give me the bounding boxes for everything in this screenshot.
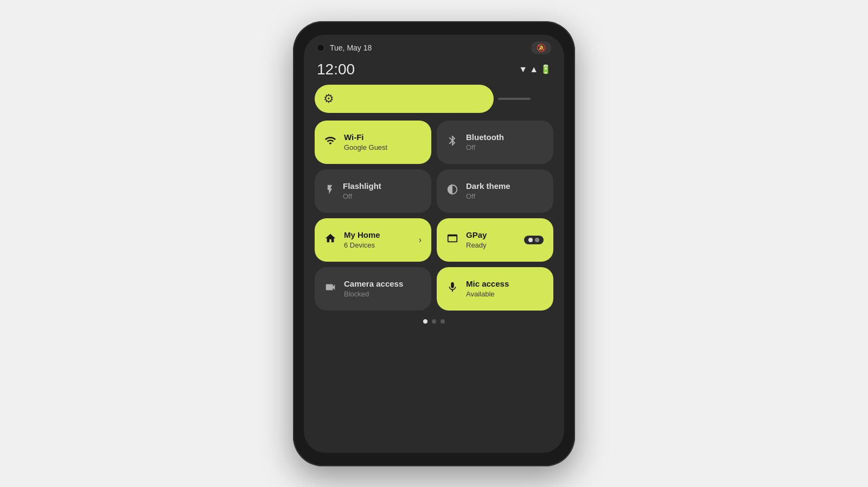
status-bar: Tue, May 18 🔕 <box>304 35 564 59</box>
bluetooth-tile-icon <box>446 135 458 150</box>
darktheme-tile-title: Dark theme <box>466 181 510 191</box>
camera-tile[interactable]: Camera access Blocked <box>315 267 431 311</box>
mic-tile-content: Mic access Available <box>466 279 509 298</box>
myhome-arrow-icon: › <box>419 235 422 245</box>
gpay-tile-icon <box>446 232 458 248</box>
darktheme-tile-subtitle: Off <box>466 192 510 200</box>
bluetooth-tile-title: Bluetooth <box>466 132 504 142</box>
gpay-card-dot-1 <box>528 238 533 242</box>
wifi-tile-title: Wi-Fi <box>344 132 387 142</box>
wifi-tile[interactable]: Wi-Fi Google Guest <box>315 121 431 164</box>
status-date: Tue, May 18 <box>330 43 372 52</box>
gpay-card-widget <box>524 236 544 244</box>
flashlight-tile-subtitle: Off <box>343 192 381 200</box>
brightness-gear-icon[interactable]: ⚙ <box>323 92 334 106</box>
mic-tile-title: Mic access <box>466 279 509 289</box>
camera-tile-icon <box>324 281 336 296</box>
mute-icon: 🔕 <box>537 43 546 52</box>
time-row: 12:00 ▼ ▲ 🔋 <box>304 59 564 85</box>
bluetooth-tile-content: Bluetooth Off <box>466 132 504 151</box>
phone-screen: Tue, May 18 🔕 12:00 ▼ ▲ 🔋 ⚙ <box>304 35 564 453</box>
flashlight-tile[interactable]: Flashlight Off <box>315 169 431 213</box>
signal-icons: ▼ ▲ 🔋 <box>519 64 551 74</box>
brightness-slider[interactable]: ⚙ <box>315 85 494 113</box>
gpay-tile[interactable]: GPay Ready <box>437 218 553 262</box>
mic-tile[interactable]: Mic access Available <box>437 267 553 311</box>
front-camera <box>317 44 324 52</box>
darktheme-tile-content: Dark theme Off <box>466 181 510 200</box>
myhome-tile-title: My Home <box>344 230 380 240</box>
flashlight-tile-icon <box>324 184 335 198</box>
wifi-tile-icon <box>324 135 336 150</box>
darktheme-tile[interactable]: Dark theme Off <box>437 169 553 213</box>
clock-time: 12:00 <box>317 61 355 78</box>
wifi-tile-subtitle: Google Guest <box>344 143 387 151</box>
page-dot-1 <box>423 319 427 324</box>
bluetooth-tile-subtitle: Off <box>466 143 504 151</box>
page-dot-2 <box>432 319 436 324</box>
page-dots <box>304 311 564 329</box>
myhome-tile[interactable]: My Home 6 Devices › <box>315 218 431 262</box>
gpay-tile-content: GPay Ready <box>466 230 487 249</box>
wifi-tile-content: Wi-Fi Google Guest <box>344 132 387 151</box>
flashlight-tile-title: Flashlight <box>343 181 381 191</box>
status-bar-right: 🔕 <box>531 41 551 54</box>
myhome-tile-subtitle: 6 Devices <box>344 241 380 249</box>
camera-tile-content: Camera access Blocked <box>344 279 403 298</box>
mic-tile-subtitle: Available <box>466 290 509 298</box>
mic-tile-icon <box>446 281 458 296</box>
gpay-card-dot-2 <box>535 238 539 242</box>
page-dot-3 <box>441 319 445 324</box>
gpay-tile-subtitle: Ready <box>466 241 487 249</box>
brightness-track-right <box>498 98 531 100</box>
darktheme-tile-icon <box>446 184 458 199</box>
camera-tile-title: Camera access <box>344 279 403 289</box>
myhome-tile-content: My Home 6 Devices <box>344 230 380 249</box>
bluetooth-tile[interactable]: Bluetooth Off <box>437 121 553 164</box>
flashlight-tile-content: Flashlight Off <box>343 181 381 200</box>
wifi-status-icon: ▼ <box>519 65 527 74</box>
cell-signal-icon: ▲ <box>529 65 538 74</box>
myhome-tile-icon <box>324 232 336 248</box>
battery-icon: 🔋 <box>540 64 551 74</box>
quick-tiles-grid: Wi-Fi Google Guest Bluetooth Off <box>304 121 564 311</box>
brightness-row: ⚙ <box>304 85 564 121</box>
status-bar-left: Tue, May 18 <box>317 43 372 52</box>
camera-tile-subtitle: Blocked <box>344 290 403 298</box>
gpay-tile-title: GPay <box>466 230 487 240</box>
phone-frame: Tue, May 18 🔕 12:00 ▼ ▲ 🔋 ⚙ <box>293 21 575 466</box>
